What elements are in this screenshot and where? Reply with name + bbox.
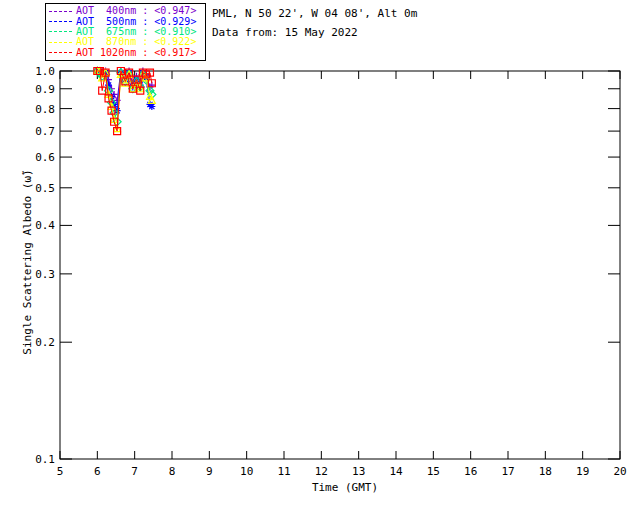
x-tick-label: 12 [315, 465, 328, 478]
x-tick-label: 17 [501, 465, 514, 478]
series-layer [93, 67, 156, 135]
series-markers-870 [94, 68, 156, 132]
y-tick-label: 0.8 [35, 103, 55, 116]
x-tick-label: 16 [464, 465, 477, 478]
x-tick-label: 15 [427, 465, 440, 478]
y-tick-label: 0.1 [35, 453, 55, 466]
legend-box: AOT 400nm : <0.947> AOT 500nm : <0.929> … [45, 3, 206, 61]
x-tick-label: 14 [389, 465, 403, 478]
y-tick-label: 1.0 [35, 65, 55, 78]
legend-item-1020nm: AOT 1020nm : <0.917> [49, 48, 202, 58]
y-tick-label: 0.5 [35, 182, 55, 195]
legend-label-870nm: AOT 870nm : <0.922> [76, 37, 196, 47]
legend-line-sample-400nm [49, 11, 72, 12]
x-tick-label: 9 [206, 465, 213, 478]
y-tick-label: 0.4 [35, 219, 55, 232]
y-tick-label: 0.9 [35, 83, 55, 96]
x-tick-label: 20 [613, 465, 626, 478]
legend-line-sample-500nm [49, 21, 72, 22]
legend-line-sample-1020nm [49, 52, 72, 53]
site-location-text: PML, N 50 22', W 04 08', Alt 0m [212, 7, 417, 20]
axes-layer: 5678910111213141516171819201.00.90.80.70… [35, 65, 627, 478]
x-tick-label: 6 [94, 465, 101, 478]
x-tick-label: 10 [240, 465, 253, 478]
x-tick-label: 13 [352, 465, 365, 478]
x-tick-label: 8 [169, 465, 176, 478]
legend-item-400nm: AOT 400nm : <0.947> [49, 6, 202, 16]
x-tick-label: 11 [277, 465, 290, 478]
series-markers-1020 [94, 68, 156, 135]
y-tick-label: 0.7 [35, 125, 55, 138]
data-date-text: Data from: 15 May 2022 [212, 26, 417, 39]
x-axis-label: Time (GMT) [312, 481, 378, 494]
legend-item-870nm: AOT 870nm : <0.922> [49, 37, 202, 47]
legend-line-sample-870nm [49, 42, 72, 43]
x-tick-label: 19 [576, 465, 589, 478]
screenshot-root: AOT 400nm : <0.947> AOT 500nm : <0.929> … [0, 0, 640, 512]
plot-header: PML, N 50 22', W 04 08', Alt 0m Data fro… [212, 7, 417, 45]
x-tick-label: 5 [57, 465, 64, 478]
y-tick-label: 0.3 [35, 268, 55, 281]
x-tick-label: 18 [539, 465, 552, 478]
y-tick-label: 0.2 [35, 336, 55, 349]
x-tick-label: 7 [131, 465, 138, 478]
plot-frame [60, 71, 620, 459]
legend-label-1020nm: AOT 1020nm : <0.917> [76, 48, 196, 58]
legend-line-sample-675nm [49, 31, 72, 32]
ssa-plot: 5678910111213141516171819201.00.90.80.70… [0, 0, 640, 512]
y-axis-label: Single Scattering Albedo (ω̃) [21, 169, 34, 354]
y-tick-label: 0.6 [35, 151, 55, 164]
legend-label-400nm: AOT 400nm : <0.947> [76, 6, 196, 16]
